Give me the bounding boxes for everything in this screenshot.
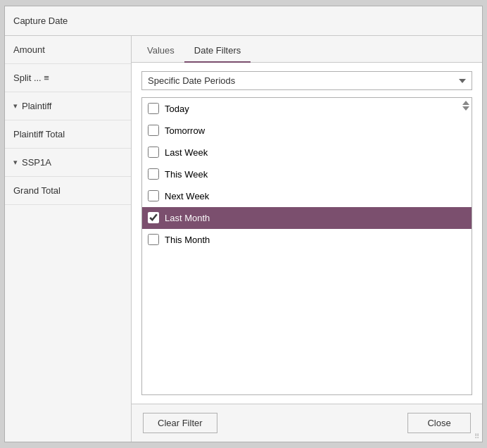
sidebar-item-plaintiff-total: Plaintiff Total xyxy=(5,120,131,149)
close-button[interactable]: Close xyxy=(407,413,471,433)
checkbox-item-last-month[interactable]: Last Month xyxy=(142,207,472,229)
date-period-select[interactable]: Specific Date Periods Equal To Before Af… xyxy=(141,71,472,90)
sidebar-item-amount[interactable]: Amount xyxy=(5,36,131,64)
sidebar-item-plaintiff[interactable]: ▾ Plaintiff xyxy=(5,92,131,120)
dropdown-row: Specific Date Periods Equal To Before Af… xyxy=(141,71,472,90)
checkbox-today[interactable] xyxy=(148,103,159,114)
main-area: Amount Split ... ≡ ▾ Plaintiff Plaintiff… xyxy=(5,36,482,442)
checkbox-list-inner[interactable]: Today Tomorrow Last Week This Week xyxy=(142,98,472,394)
checkbox-item-last-week[interactable]: Last Week xyxy=(142,142,472,163)
tabs-row: Values Date Filters xyxy=(132,36,482,63)
scroll-up-icon xyxy=(462,101,469,105)
sidebar-plaintiff-label: Plaintiff xyxy=(22,101,51,111)
checkbox-last-week[interactable] xyxy=(148,147,159,158)
scroll-down-icon xyxy=(462,106,469,111)
resize-handle[interactable]: ⠿ xyxy=(474,433,479,440)
checkbox-item-this-week[interactable]: This Week xyxy=(142,163,472,185)
sidebar-item-split[interactable]: Split ... ≡ xyxy=(5,64,131,92)
main-container: Capture Date Amount Split ... ≡ ▾ Plaint… xyxy=(4,6,483,442)
plaintiff-arrow-icon: ▾ xyxy=(13,101,18,111)
sidebar-plaintiff-total-label: Plaintiff Total xyxy=(13,129,65,139)
checkbox-today-label: Today xyxy=(165,104,189,114)
tab-values[interactable]: Values xyxy=(137,39,184,63)
panel-content: Specific Date Periods Equal To Before Af… xyxy=(132,63,482,404)
checkbox-this-month-label: This Month xyxy=(165,235,210,245)
header-title: Capture Date xyxy=(13,15,68,26)
bottom-bar: Clear Filter Close xyxy=(132,404,482,442)
checkbox-tomorrow[interactable] xyxy=(148,125,159,136)
checkbox-item-this-month[interactable]: This Month xyxy=(142,229,472,251)
checkbox-this-week-label: This Week xyxy=(165,169,208,180)
checkbox-item-today[interactable]: Today xyxy=(142,98,472,120)
sidebar-grand-total-label: Grand Total xyxy=(13,185,61,196)
top-header: Capture Date xyxy=(5,6,482,36)
checkbox-last-month-label: Last Month xyxy=(165,213,210,223)
left-sidebar: Amount Split ... ≡ ▾ Plaintiff Plaintiff… xyxy=(5,36,132,442)
checkbox-last-month[interactable] xyxy=(148,212,159,223)
tab-date-filters[interactable]: Date Filters xyxy=(184,39,251,63)
checkbox-next-week[interactable] xyxy=(148,190,159,201)
ssp1a-arrow-icon: ▾ xyxy=(13,158,18,167)
sidebar-amount-label: Amount xyxy=(13,44,45,55)
checkbox-last-week-label: Last Week xyxy=(165,147,208,158)
clear-filter-button[interactable]: Clear Filter xyxy=(143,413,217,433)
checkbox-item-next-week[interactable]: Next Week xyxy=(142,185,472,207)
checkbox-this-month[interactable] xyxy=(148,234,159,245)
checkbox-list: Today Tomorrow Last Week This Week xyxy=(141,97,472,395)
checkbox-item-tomorrow[interactable]: Tomorrow xyxy=(142,120,472,142)
sidebar-item-grand-total: Grand Total xyxy=(5,177,131,205)
sidebar-item-ssp1a[interactable]: ▾ SSP1A xyxy=(5,149,131,177)
sidebar-ssp1a-label: SSP1A xyxy=(22,157,51,168)
checkbox-this-week[interactable] xyxy=(148,168,159,180)
checkbox-tomorrow-label: Tomorrow xyxy=(165,125,205,136)
sidebar-split-label: Split ... ≡ xyxy=(13,73,49,83)
scroll-indicator xyxy=(462,101,470,111)
right-panel: Values Date Filters Specific Date Period… xyxy=(132,36,482,442)
checkbox-next-week-label: Next Week xyxy=(165,191,209,201)
